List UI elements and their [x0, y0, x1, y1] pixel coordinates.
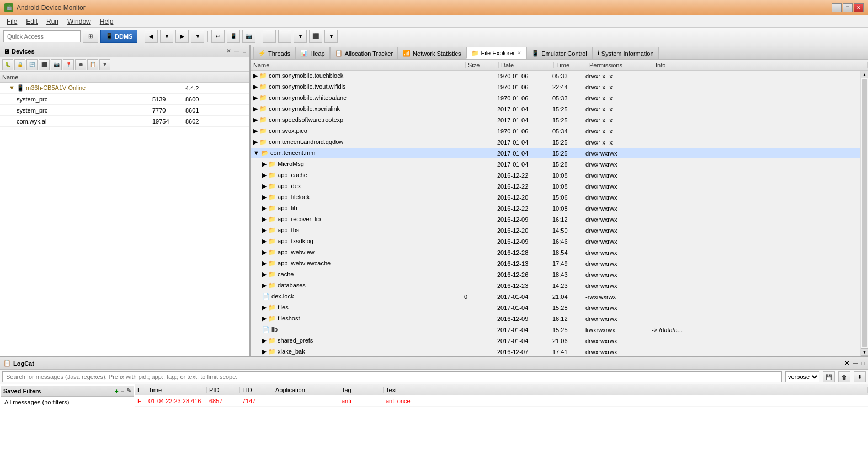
file-row-17[interactable]: ▶ 📁 app_webviewcache 2016-12-13 17:49 dr… [251, 258, 860, 269]
more-btn[interactable]: ▼ [99, 59, 110, 70]
menu-window[interactable]: Window [63, 17, 95, 26]
tab-sysinfo[interactable]: ℹ System Information [592, 47, 659, 59]
dump-btn[interactable]: 📋 [87, 59, 98, 70]
file-row-20[interactable]: 📄 dex.lock 0 2017-01-04 21:04 -rwxrwxrwx [251, 291, 860, 302]
lock-button[interactable]: 🔒 [14, 59, 25, 70]
toolbar-btn-2[interactable]: ▼ [160, 30, 173, 43]
devices-panel-maximize[interactable]: □ [243, 48, 246, 54]
stop-button[interactable]: ⬛ [39, 59, 50, 70]
tab-allocation[interactable]: 📋 Allocation Tracker [330, 47, 398, 59]
close-button[interactable]: ✕ [854, 3, 864, 12]
file-row-12[interactable]: ▶ 📁 app_lib 2016-12-22 10:08 drwxrwxrwx [251, 203, 860, 214]
logcat-close[interactable]: ✕ [844, 360, 849, 367]
file-explorer-close[interactable]: ✕ [517, 50, 521, 56]
file-row-13[interactable]: ▶ 📁 app_recover_lib 2016-12-09 16:12 drw… [251, 214, 860, 225]
tab-emulator[interactable]: 📱 Emulator Control [526, 47, 592, 59]
new-window-button[interactable]: ⊞ [83, 30, 98, 43]
logcat-search-input[interactable] [2, 371, 782, 382]
logcat-icon: 📋 [3, 360, 11, 367]
scroll-log-button[interactable]: ⬇ [854, 371, 866, 382]
toolbar-btn-3[interactable]: ▶ [175, 30, 189, 43]
file-row-21[interactable]: ▶ 📁 files 2017-01-04 15:28 drwxrwxrwx [251, 302, 860, 313]
file-row-7[interactable]: ▼ 📂 com.tencent.mm 2017-01-04 15:25 drwx… [251, 148, 860, 159]
proc3-name: com.wyk.ai [0, 118, 150, 125]
file-name: ▼ 📂 com.tencent.mm [251, 149, 462, 157]
process-row-1[interactable]: system_prc 5139 8600 [0, 94, 249, 105]
file-name: ▶ 📁 app_recover_lib [251, 216, 462, 223]
screenshot-button[interactable]: 📷 [242, 30, 255, 43]
tab-network[interactable]: 📶 Network Statistics [398, 47, 466, 59]
file-row-16[interactable]: ▶ 📁 app_webview 2016-12-28 18:54 drwxrwx… [251, 247, 860, 258]
process-row-2[interactable]: system_prc 7770 8601 [0, 105, 249, 116]
file-row-25[interactable]: ▶ 📁 xiake_bak 2016-12-07 17:41 drwxrwxrw… [251, 346, 860, 356]
clear-log-button[interactable]: 🗑 [838, 371, 850, 382]
save-log-button[interactable]: 💾 [823, 371, 835, 382]
devices-panel-close[interactable]: ✕ [226, 48, 231, 54]
phone-icon-btn[interactable]: 📱 [227, 30, 240, 43]
file-row-24[interactable]: ▶ 📁 shared_prefs 2017-01-04 21:06 drwxrw… [251, 335, 860, 346]
file-row-3[interactable]: ▶ 📁 com.sonymobile.xperialink 2017-01-04… [251, 104, 860, 115]
scroll-up-btn[interactable]: ▲ [861, 71, 869, 78]
toolbar-extra-1[interactable]: − [263, 30, 276, 43]
screenshot-btn[interactable]: 📷 [51, 59, 62, 70]
threads-label: Threads [268, 50, 290, 57]
file-row-19[interactable]: ▶ 📁 databases 2016-12-23 14:23 drwxrwxrw… [251, 280, 860, 291]
refresh-button[interactable]: 🔄 [26, 59, 38, 70]
menu-edit[interactable]: Edit [22, 17, 42, 26]
menu-file[interactable]: File [2, 17, 22, 26]
file-time: 05:33 [550, 73, 583, 79]
file-row-18[interactable]: ▶ 📁 cache 2016-12-26 18:43 drwxrwxrwx [251, 269, 860, 280]
file-row-22[interactable]: ▶ 📁 fileshost 2016-12-09 16:12 drwxrwxrw… [251, 313, 860, 324]
quick-access-input[interactable] [3, 30, 81, 42]
file-row-0[interactable]: ▶ 📁 com.sonymobile.touchblock 1970-01-06… [251, 71, 860, 82]
scroll-thumb[interactable] [862, 79, 867, 347]
file-row-14[interactable]: ▶ 📁 app_tbs 2016-12-20 14:50 drwxrwxrwx [251, 225, 860, 236]
scroll-down-btn[interactable]: ▼ [861, 348, 869, 356]
add-button[interactable]: + [278, 30, 291, 43]
toolbar-btn-4[interactable]: ▼ [191, 30, 204, 43]
logcat-maximize[interactable]: □ [861, 360, 865, 366]
ft-col-name: Name [251, 62, 466, 68]
process-row-3[interactable]: com.wyk.ai 19754 8602 [0, 116, 249, 127]
toolbar-extra-4[interactable]: ⬛ [309, 30, 322, 43]
file-row-2[interactable]: ▶ 📁 com.sonymobile.whitebalanc 1970-01-0… [251, 93, 860, 104]
edit-filter-button[interactable]: ✎ [126, 387, 131, 394]
tab-file-explorer[interactable]: 📁 File Explorer ✕ [466, 47, 527, 59]
file-row-9[interactable]: ▶ 📁 app_cache 2016-12-22 10:08 drwxrwxrw… [251, 170, 860, 181]
file-scroll-area[interactable]: ▶ 📁 com.sonymobile.touchblock 1970-01-06… [251, 71, 860, 356]
file-row-5[interactable]: ▶ 📁 com.svox.pico 1970-01-06 05:34 drwxr… [251, 126, 860, 137]
debug-button[interactable]: 🐛 [2, 59, 13, 70]
device-row[interactable]: ▼ 📱 m36h-CB5A1V Online 4.4.2 [0, 83, 249, 94]
toolbar-btn-1[interactable]: ◀ [145, 30, 158, 43]
toolbar-extra-5[interactable]: ▼ [324, 30, 338, 43]
file-name: ▶ 📁 shared_prefs [251, 337, 462, 344]
location-btn[interactable]: 📍 [63, 59, 74, 70]
file-row-1[interactable]: ▶ 📁 com.sonymobile.tvout.wifidis 1970-01… [251, 82, 860, 93]
devices-panel-minimize[interactable]: — [234, 48, 239, 54]
menu-help[interactable]: Help [95, 17, 118, 26]
add-filter-button[interactable]: + [115, 388, 118, 394]
menu-run[interactable]: Run [42, 17, 63, 26]
file-row-10[interactable]: ▶ 📁 app_dex 2016-12-22 10:08 drwxrwxrwx [251, 181, 860, 192]
logcat-minimize[interactable]: — [853, 360, 858, 366]
file-row-8[interactable]: ▶ 📁 MicroMsg 2017-01-04 15:28 drwxrwxrwx [251, 159, 860, 170]
tab-threads[interactable]: ⚡ Threads [253, 47, 295, 59]
file-row-4[interactable]: ▶ 📁 com.speedsoftware.rootexp 2017-01-04… [251, 115, 860, 126]
back-button[interactable]: ↩ [211, 30, 225, 43]
ddms-button[interactable]: 📱 DDMS [100, 30, 137, 43]
file-perms: drwxrwxrwx [583, 161, 649, 168]
file-time: 15:25 [550, 117, 583, 124]
file-scrollbar[interactable]: ▲ ▼ [860, 71, 868, 356]
file-row-11[interactable]: ▶ 📁 app_filelock 2016-12-20 15:06 drwxrw… [251, 192, 860, 203]
remove-filter-button[interactable]: − [121, 388, 124, 394]
file-row-23[interactable]: 📄 lib 2017-01-04 15:25 lrwxrwxrwx -> /da… [251, 324, 860, 335]
verbose-select[interactable]: verbose debug info warn error [785, 371, 819, 382]
minimize-button[interactable]: — [832, 3, 842, 12]
maximize-button[interactable]: □ [843, 3, 853, 12]
file-row-15[interactable]: ▶ 📁 app_txsdklog 2016-12-09 16:46 drwxrw… [251, 236, 860, 247]
toolbar-extra-3[interactable]: ▼ [294, 30, 307, 43]
tab-heap[interactable]: 📊 Heap [295, 47, 329, 59]
screen-record-btn[interactable]: ⏺ [75, 59, 86, 70]
file-row-6[interactable]: ▶ 📁 com.tencent.android.qqdow 2017-01-04… [251, 137, 860, 148]
filter-all-messages[interactable]: All messages (no filters) [1, 398, 134, 407]
